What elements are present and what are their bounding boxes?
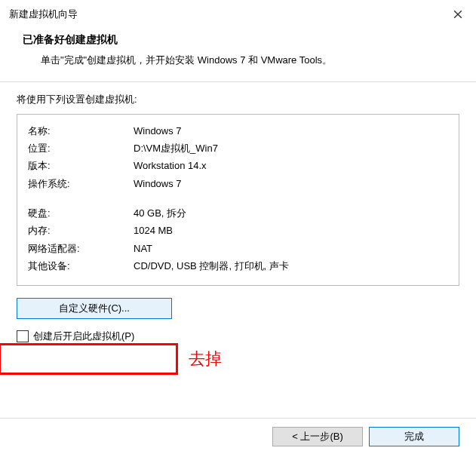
- settings-label: 位置:: [28, 140, 134, 157]
- settings-value: NAT: [134, 240, 448, 257]
- settings-label: 操作系统:: [28, 175, 134, 192]
- settings-label: 网络适配器:: [28, 240, 134, 257]
- settings-row: 硬盘:40 GB, 拆分: [28, 204, 448, 222]
- settings-label: 名称:: [28, 122, 134, 140]
- settings-value: 1024 MB: [134, 222, 448, 239]
- settings-value: Windows 7: [134, 122, 448, 140]
- settings-row: 其他设备:CD/DVD, USB 控制器, 打印机, 声卡: [28, 257, 448, 275]
- annotation-text: 去掉: [189, 348, 222, 370]
- customize-hardware-button[interactable]: 自定义硬件(C)...: [17, 298, 172, 319]
- settings-row: 名称:Windows 7: [28, 122, 448, 140]
- wizard-header: 已准备好创建虚拟机 单击"完成"创建虚拟机，并开始安装 Windows 7 和 …: [0, 26, 476, 81]
- settings-label: 版本:: [28, 157, 134, 174]
- titlebar: 新建虚拟机向导: [0, 0, 476, 26]
- settings-summary-box: 名称:Windows 7位置:D:\VM虚拟机_Win7版本:Workstati…: [17, 114, 459, 286]
- settings-value: D:\VM虚拟机_Win7: [134, 140, 448, 157]
- settings-intro: 将使用下列设置创建虚拟机:: [17, 93, 459, 106]
- power-on-checkbox[interactable]: [17, 330, 29, 342]
- settings-row: 位置:D:\VM虚拟机_Win7: [28, 140, 448, 157]
- settings-label: 硬盘:: [28, 204, 134, 222]
- header-subtitle: 单击"完成"创建虚拟机，并开始安装 Windows 7 和 VMware Too…: [23, 53, 453, 68]
- settings-value: Windows 7: [134, 175, 448, 192]
- close-button[interactable]: [449, 5, 467, 23]
- power-on-checkbox-label[interactable]: 创建后开启此虚拟机(P): [33, 330, 134, 343]
- settings-row: 操作系统:Windows 7: [28, 175, 448, 192]
- settings-label: 其他设备:: [28, 257, 134, 275]
- back-button[interactable]: < 上一步(B): [272, 427, 363, 446]
- finish-button[interactable]: 完成: [369, 427, 459, 446]
- settings-row: 网络适配器:NAT: [28, 240, 448, 257]
- header-title: 已准备好创建虚拟机: [23, 33, 453, 47]
- settings-row: 版本:Workstation 14.x: [28, 157, 448, 174]
- settings-label: 内存:: [28, 222, 134, 239]
- settings-value: 40 GB, 拆分: [134, 204, 448, 222]
- settings-value: Workstation 14.x: [134, 157, 448, 174]
- close-icon: [453, 10, 462, 19]
- settings-value: CD/DVD, USB 控制器, 打印机, 声卡: [134, 257, 448, 275]
- wizard-footer: < 上一步(B) 完成: [0, 418, 476, 454]
- annotation-box: [0, 343, 178, 375]
- window-title: 新建虚拟机向导: [9, 8, 78, 21]
- settings-row: 内存:1024 MB: [28, 222, 448, 239]
- power-on-checkbox-row: 创建后开启此虚拟机(P): [17, 330, 459, 343]
- content-area: 将使用下列设置创建虚拟机: 名称:Windows 7位置:D:\VM虚拟机_Wi…: [0, 82, 476, 351]
